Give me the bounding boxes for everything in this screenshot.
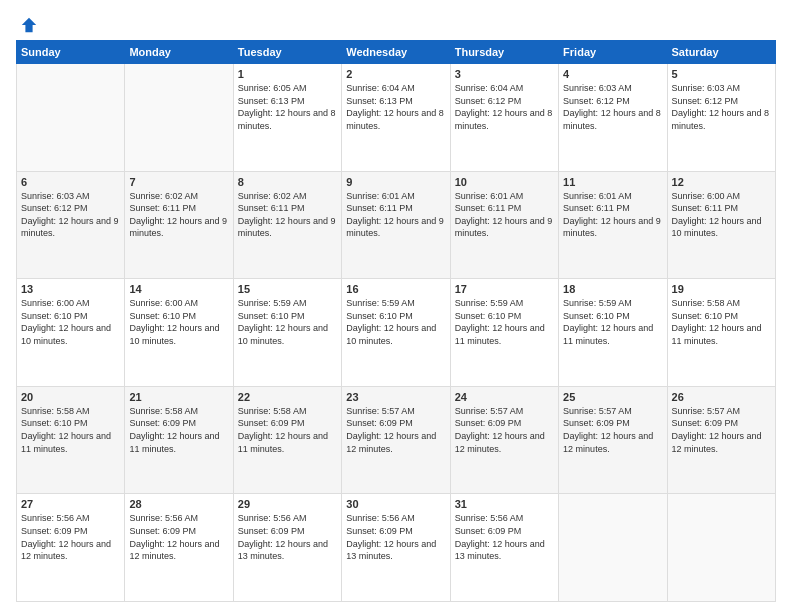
- calendar-cell: 22Sunrise: 5:58 AM Sunset: 6:09 PM Dayli…: [233, 386, 341, 494]
- day-info: Sunrise: 6:03 AM Sunset: 6:12 PM Dayligh…: [21, 191, 119, 239]
- day-info: Sunrise: 6:00 AM Sunset: 6:11 PM Dayligh…: [672, 191, 762, 239]
- calendar-cell: 30Sunrise: 5:56 AM Sunset: 6:09 PM Dayli…: [342, 494, 450, 602]
- day-info: Sunrise: 5:58 AM Sunset: 6:10 PM Dayligh…: [672, 298, 762, 346]
- logo-icon: [20, 16, 38, 34]
- calendar-cell: 26Sunrise: 5:57 AM Sunset: 6:09 PM Dayli…: [667, 386, 775, 494]
- calendar-header-row: SundayMondayTuesdayWednesdayThursdayFrid…: [17, 41, 776, 64]
- day-number: 16: [346, 283, 445, 295]
- calendar-week-5: 27Sunrise: 5:56 AM Sunset: 6:09 PM Dayli…: [17, 494, 776, 602]
- day-number: 20: [21, 391, 120, 403]
- day-info: Sunrise: 5:59 AM Sunset: 6:10 PM Dayligh…: [563, 298, 653, 346]
- page-header: [16, 16, 776, 30]
- calendar-table: SundayMondayTuesdayWednesdayThursdayFrid…: [16, 40, 776, 602]
- day-number: 17: [455, 283, 554, 295]
- calendar-cell: 14Sunrise: 6:00 AM Sunset: 6:10 PM Dayli…: [125, 279, 233, 387]
- calendar-cell: 21Sunrise: 5:58 AM Sunset: 6:09 PM Dayli…: [125, 386, 233, 494]
- day-number: 26: [672, 391, 771, 403]
- day-info: Sunrise: 5:58 AM Sunset: 6:10 PM Dayligh…: [21, 406, 111, 454]
- day-info: Sunrise: 6:04 AM Sunset: 6:12 PM Dayligh…: [455, 83, 553, 131]
- day-info: Sunrise: 5:57 AM Sunset: 6:09 PM Dayligh…: [672, 406, 762, 454]
- calendar-cell: [125, 64, 233, 172]
- day-info: Sunrise: 5:56 AM Sunset: 6:09 PM Dayligh…: [238, 513, 328, 561]
- day-header-sunday: Sunday: [17, 41, 125, 64]
- calendar-cell: 16Sunrise: 5:59 AM Sunset: 6:10 PM Dayli…: [342, 279, 450, 387]
- day-number: 29: [238, 498, 337, 510]
- calendar-cell: [667, 494, 775, 602]
- day-info: Sunrise: 5:57 AM Sunset: 6:09 PM Dayligh…: [563, 406, 653, 454]
- day-number: 27: [21, 498, 120, 510]
- calendar-cell: 5Sunrise: 6:03 AM Sunset: 6:12 PM Daylig…: [667, 64, 775, 172]
- calendar-cell: 19Sunrise: 5:58 AM Sunset: 6:10 PM Dayli…: [667, 279, 775, 387]
- day-info: Sunrise: 5:56 AM Sunset: 6:09 PM Dayligh…: [346, 513, 436, 561]
- day-info: Sunrise: 6:01 AM Sunset: 6:11 PM Dayligh…: [346, 191, 444, 239]
- calendar-cell: 23Sunrise: 5:57 AM Sunset: 6:09 PM Dayli…: [342, 386, 450, 494]
- day-number: 9: [346, 176, 445, 188]
- day-info: Sunrise: 5:57 AM Sunset: 6:09 PM Dayligh…: [346, 406, 436, 454]
- day-info: Sunrise: 5:59 AM Sunset: 6:10 PM Dayligh…: [346, 298, 436, 346]
- day-info: Sunrise: 6:02 AM Sunset: 6:11 PM Dayligh…: [238, 191, 336, 239]
- logo: [16, 16, 38, 30]
- day-info: Sunrise: 6:03 AM Sunset: 6:12 PM Dayligh…: [672, 83, 770, 131]
- day-number: 5: [672, 68, 771, 80]
- day-header-monday: Monday: [125, 41, 233, 64]
- day-number: 31: [455, 498, 554, 510]
- day-info: Sunrise: 5:58 AM Sunset: 6:09 PM Dayligh…: [238, 406, 328, 454]
- calendar-week-4: 20Sunrise: 5:58 AM Sunset: 6:10 PM Dayli…: [17, 386, 776, 494]
- calendar-cell: 25Sunrise: 5:57 AM Sunset: 6:09 PM Dayli…: [559, 386, 667, 494]
- day-info: Sunrise: 5:57 AM Sunset: 6:09 PM Dayligh…: [455, 406, 545, 454]
- calendar-week-2: 6Sunrise: 6:03 AM Sunset: 6:12 PM Daylig…: [17, 171, 776, 279]
- day-info: Sunrise: 5:58 AM Sunset: 6:09 PM Dayligh…: [129, 406, 219, 454]
- day-number: 25: [563, 391, 662, 403]
- day-number: 12: [672, 176, 771, 188]
- calendar-cell: 28Sunrise: 5:56 AM Sunset: 6:09 PM Dayli…: [125, 494, 233, 602]
- day-number: 18: [563, 283, 662, 295]
- day-number: 6: [21, 176, 120, 188]
- calendar-cell: 8Sunrise: 6:02 AM Sunset: 6:11 PM Daylig…: [233, 171, 341, 279]
- day-info: Sunrise: 6:05 AM Sunset: 6:13 PM Dayligh…: [238, 83, 336, 131]
- day-info: Sunrise: 6:03 AM Sunset: 6:12 PM Dayligh…: [563, 83, 661, 131]
- day-number: 30: [346, 498, 445, 510]
- day-number: 28: [129, 498, 228, 510]
- svg-marker-0: [22, 18, 36, 32]
- day-number: 22: [238, 391, 337, 403]
- day-header-saturday: Saturday: [667, 41, 775, 64]
- day-number: 10: [455, 176, 554, 188]
- day-number: 19: [672, 283, 771, 295]
- day-header-tuesday: Tuesday: [233, 41, 341, 64]
- calendar-cell: 15Sunrise: 5:59 AM Sunset: 6:10 PM Dayli…: [233, 279, 341, 387]
- day-info: Sunrise: 6:02 AM Sunset: 6:11 PM Dayligh…: [129, 191, 227, 239]
- calendar-cell: 3Sunrise: 6:04 AM Sunset: 6:12 PM Daylig…: [450, 64, 558, 172]
- day-number: 15: [238, 283, 337, 295]
- calendar-week-1: 1Sunrise: 6:05 AM Sunset: 6:13 PM Daylig…: [17, 64, 776, 172]
- calendar-cell: 18Sunrise: 5:59 AM Sunset: 6:10 PM Dayli…: [559, 279, 667, 387]
- day-info: Sunrise: 6:01 AM Sunset: 6:11 PM Dayligh…: [455, 191, 553, 239]
- day-number: 24: [455, 391, 554, 403]
- calendar-cell: 2Sunrise: 6:04 AM Sunset: 6:13 PM Daylig…: [342, 64, 450, 172]
- day-info: Sunrise: 6:00 AM Sunset: 6:10 PM Dayligh…: [21, 298, 111, 346]
- day-header-friday: Friday: [559, 41, 667, 64]
- day-info: Sunrise: 5:56 AM Sunset: 6:09 PM Dayligh…: [455, 513, 545, 561]
- calendar-cell: 20Sunrise: 5:58 AM Sunset: 6:10 PM Dayli…: [17, 386, 125, 494]
- calendar-cell: 12Sunrise: 6:00 AM Sunset: 6:11 PM Dayli…: [667, 171, 775, 279]
- calendar-body: 1Sunrise: 6:05 AM Sunset: 6:13 PM Daylig…: [17, 64, 776, 602]
- calendar-cell: 17Sunrise: 5:59 AM Sunset: 6:10 PM Dayli…: [450, 279, 558, 387]
- day-number: 14: [129, 283, 228, 295]
- calendar-cell: 29Sunrise: 5:56 AM Sunset: 6:09 PM Dayli…: [233, 494, 341, 602]
- calendar-cell: [17, 64, 125, 172]
- calendar-week-3: 13Sunrise: 6:00 AM Sunset: 6:10 PM Dayli…: [17, 279, 776, 387]
- day-number: 21: [129, 391, 228, 403]
- day-info: Sunrise: 6:01 AM Sunset: 6:11 PM Dayligh…: [563, 191, 661, 239]
- day-info: Sunrise: 5:59 AM Sunset: 6:10 PM Dayligh…: [238, 298, 328, 346]
- day-number: 2: [346, 68, 445, 80]
- day-number: 4: [563, 68, 662, 80]
- day-number: 7: [129, 176, 228, 188]
- day-number: 13: [21, 283, 120, 295]
- calendar-cell: [559, 494, 667, 602]
- calendar-cell: 10Sunrise: 6:01 AM Sunset: 6:11 PM Dayli…: [450, 171, 558, 279]
- day-info: Sunrise: 5:56 AM Sunset: 6:09 PM Dayligh…: [129, 513, 219, 561]
- day-info: Sunrise: 6:00 AM Sunset: 6:10 PM Dayligh…: [129, 298, 219, 346]
- calendar-cell: 13Sunrise: 6:00 AM Sunset: 6:10 PM Dayli…: [17, 279, 125, 387]
- day-number: 11: [563, 176, 662, 188]
- calendar-cell: 6Sunrise: 6:03 AM Sunset: 6:12 PM Daylig…: [17, 171, 125, 279]
- calendar-cell: 7Sunrise: 6:02 AM Sunset: 6:11 PM Daylig…: [125, 171, 233, 279]
